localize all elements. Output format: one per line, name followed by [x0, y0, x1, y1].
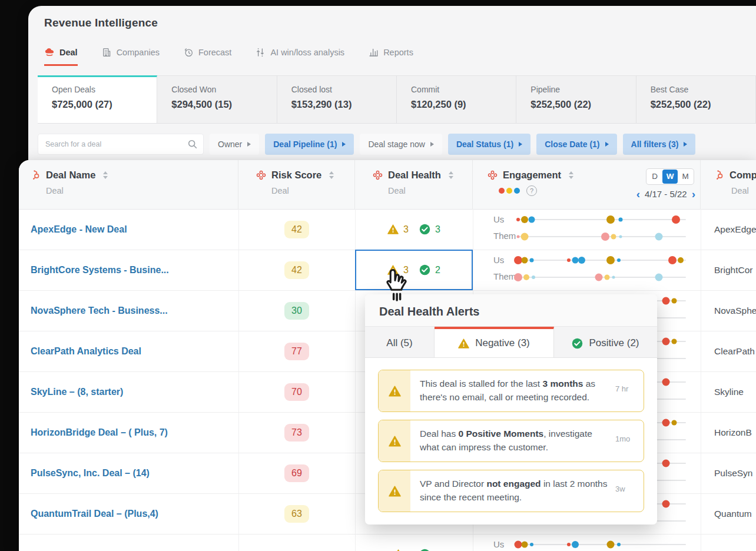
- filter-all-filters-3-[interactable]: All filters (3): [623, 134, 696, 155]
- popup-tab-all-5-[interactable]: All (5): [365, 327, 435, 357]
- col-header-company[interactable]: Comp Deal: [701, 160, 756, 209]
- warning-icon: [393, 549, 404, 551]
- sort-toggle[interactable]: [449, 171, 453, 179]
- deal-name-link[interactable]: QuantumTrail Deal – (Plus,4): [31, 493, 158, 534]
- deal-health-cell[interactable]: 3 2: [355, 250, 473, 290]
- deal-health-cell[interactable]: [355, 534, 473, 551]
- module-tabs: Deal Companies Forecast AI win/loss anal…: [44, 47, 413, 66]
- us-timeline: [518, 219, 686, 220]
- engagement-cell[interactable]: Us Them: [473, 534, 701, 551]
- caret-right-icon: [342, 142, 346, 147]
- deal-name-link[interactable]: ApexEdge - New Deal: [31, 209, 127, 250]
- deal-search[interactable]: [38, 134, 204, 155]
- engagement-dot: [601, 233, 609, 241]
- col-header-deal-name[interactable]: Deal Name Deal: [19, 160, 238, 209]
- col-title: Engagement: [503, 170, 561, 181]
- risk-score-badge: 30: [284, 302, 309, 320]
- sort-toggle[interactable]: [103, 171, 108, 179]
- date-range: 4/17 - 5/22: [645, 189, 687, 199]
- summary-card-commit[interactable]: Commit $120,250 (9): [397, 75, 516, 123]
- period-toggle-d[interactable]: D: [647, 170, 662, 184]
- page-title: Revenue Intelligence: [44, 16, 158, 29]
- summary-card-closed-won[interactable]: Closed Won $294,500 (15): [157, 75, 277, 123]
- period-toggle-w[interactable]: W: [662, 170, 678, 184]
- summary-card-closed-lost[interactable]: Closed lost $153,290 (13): [277, 75, 397, 123]
- filter-deal-pipeline-1-[interactable]: Deal Pipeline (1): [265, 134, 354, 155]
- deal-name-link[interactable]: BrightCore Systems - Busine...: [31, 250, 169, 290]
- filter-button-label: Close Date (1): [545, 140, 599, 149]
- engagement-dot: [662, 338, 669, 346]
- nav-tab-deal[interactable]: Deal: [44, 47, 78, 66]
- nav-tab-icon: [44, 47, 55, 58]
- summary-card-label: Open Deals: [52, 85, 157, 94]
- risk-score-badge: 42: [284, 261, 309, 279]
- sort-toggle[interactable]: [329, 171, 334, 179]
- alert-text: This deal is stalled for the last 3 mont…: [410, 370, 615, 411]
- col-header-risk-score[interactable]: Risk Score Deal: [238, 160, 355, 209]
- deal-name-link[interactable]: SkyLine – (8, starter): [31, 371, 123, 412]
- filter-deal-stage-now[interactable]: Deal stage now: [360, 134, 442, 155]
- nav-tab-companies[interactable]: Companies: [101, 47, 160, 66]
- engagement-cell[interactable]: Us Them: [473, 209, 701, 250]
- nav-tab-reports[interactable]: Reports: [368, 47, 413, 66]
- summary-card-open-deals[interactable]: Open Deals $725,000 (27): [38, 75, 157, 123]
- risk-score-cell[interactable]: 73: [238, 412, 355, 453]
- deal-name-link[interactable]: PulseSync, Inc. Deal – (14): [31, 453, 150, 493]
- alert-warning-icon: [379, 470, 410, 512]
- summary-card-label: Closed Won: [171, 85, 276, 94]
- filter-button-label: Deal stage now: [368, 140, 425, 149]
- check-icon: [419, 549, 430, 551]
- warning-icon: [387, 264, 399, 276]
- nav-tab-label: Reports: [383, 48, 413, 57]
- filter-button-label: All filters (3): [631, 140, 679, 149]
- risk-score-cell[interactable]: 77: [238, 331, 355, 371]
- popup-tab-negative-3-[interactable]: Negative (3): [435, 327, 554, 357]
- summary-card-best-case[interactable]: Best Case $252,500 (22): [636, 75, 756, 123]
- col-header-deal-health[interactable]: Deal Health Deal: [355, 160, 473, 209]
- chevron-right-icon[interactable]: ›: [692, 188, 695, 200]
- summary-card-value: $252,500 (22): [530, 99, 635, 110]
- alert-warning-icon: [379, 370, 410, 411]
- risk-score-cell[interactable]: 69: [238, 453, 355, 493]
- popup-tab-positive-2-[interactable]: Positive (2): [554, 327, 657, 357]
- deal-health-cell[interactable]: 3 3: [355, 209, 473, 250]
- risk-score-cell[interactable]: [238, 534, 355, 551]
- chevron-left-icon[interactable]: ‹: [636, 188, 640, 200]
- period-toggle: DWM: [646, 168, 694, 185]
- filter-owner[interactable]: Owner: [210, 134, 259, 155]
- summary-cards: Open Deals $725,000 (27) Closed Won $294…: [38, 75, 756, 124]
- help-icon[interactable]: ?: [526, 185, 537, 196]
- nav-tab-ai-win-loss-analysis[interactable]: AI win/loss analysis: [255, 47, 344, 66]
- filter-deal-status-1-[interactable]: Deal Status (1): [448, 134, 530, 155]
- nav-tab-forecast[interactable]: Forecast: [183, 47, 231, 66]
- risk-score-badge: 70: [284, 383, 309, 401]
- positive-count: 2: [435, 265, 440, 276]
- deal-name-link[interactable]: HorizonBridge Deal – ( Plus, 7): [31, 412, 168, 453]
- table-row: BrightCore Systems - Busine... 42 3 2 Us…: [19, 250, 756, 291]
- risk-score-cell[interactable]: 42: [238, 209, 355, 250]
- col-header-engagement[interactable]: Engagement ? DWM ‹ 4/17 - 5/22 ›: [473, 160, 701, 209]
- nav-tab-icon: [183, 47, 194, 58]
- risk-score-cell[interactable]: 30: [238, 290, 355, 331]
- alert-card: Deal has 0 Positive Moments, investigate…: [378, 420, 644, 462]
- alert-timestamp: 1mo: [615, 420, 644, 462]
- engagement-cell[interactable]: Us Them: [473, 250, 701, 290]
- alert-timestamp: 7 hr: [615, 370, 644, 411]
- risk-score-cell[interactable]: 70: [238, 371, 355, 412]
- engagement-dot: [672, 298, 677, 304]
- popup-title: Deal Health Alerts: [365, 294, 657, 327]
- filter-close-date-1-[interactable]: Close Date (1): [536, 134, 616, 155]
- table-header: Deal Name Deal Risk Score Deal Deal Heal…: [19, 160, 756, 210]
- col-subtitle: Deal: [271, 186, 354, 195]
- us-timeline: [518, 544, 686, 545]
- summary-card-pipeline[interactable]: Pipeline $252,500 (22): [516, 75, 636, 123]
- sort-toggle[interactable]: [569, 171, 573, 179]
- risk-score-cell[interactable]: 42: [238, 250, 355, 290]
- period-toggle-m[interactable]: M: [678, 170, 693, 184]
- risk-score-cell[interactable]: 63: [238, 493, 355, 534]
- engagement-dot: [532, 276, 535, 279]
- deal-name-link[interactable]: ClearPath Analytics Deal: [31, 331, 141, 371]
- search-input[interactable]: [38, 134, 187, 154]
- engagement-dot: [530, 543, 533, 546]
- deal-name-link[interactable]: NovaSphere Tech - Business...: [31, 290, 168, 331]
